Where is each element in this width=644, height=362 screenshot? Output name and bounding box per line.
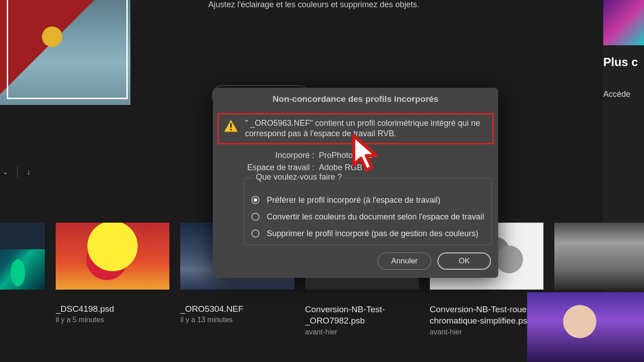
profile-mismatch-dialog: Non-concordance des profils incorporés "…: [213, 88, 498, 278]
file-thumbnail: [554, 223, 644, 290]
option-prefer-embedded[interactable]: Préférer le profil incorporé (à l'espace…: [251, 195, 484, 205]
download-icon[interactable]: ↓: [27, 167, 31, 177]
embedded-profile-value: ProPhoto RGB: [319, 151, 373, 160]
embedded-profile-label: Incorporé :: [243, 151, 314, 160]
dialog-options-legend: Que voulez-vous faire ?: [252, 172, 346, 182]
svg-rect-2: [230, 129, 231, 130]
promo-heading: Plus c: [603, 55, 644, 69]
radio-icon: [251, 229, 260, 238]
file-name: Conversion-NB-Test-_ORO7982.psb: [305, 304, 419, 326]
toolbar-divider: [17, 166, 18, 178]
cancel-button[interactable]: Annuler: [378, 252, 431, 270]
file-time: il y a 5 minutes: [56, 316, 169, 324]
dialog-title: Non-concordance des profils incorporés: [213, 88, 498, 110]
warning-triangle-icon: [223, 119, 239, 133]
profile-info: Incorporé : ProPhoto RGB Espace de trava…: [243, 151, 498, 172]
dialog-options-fieldset: Que voulez-vous faire ? Préférer le prof…: [244, 178, 492, 245]
file-name: _ORO5304.NEF: [180, 304, 294, 314]
file-card[interactable]: _DSC4198.psd il y a 5 minutes: [56, 223, 169, 349]
promo-link[interactable]: Accéde: [603, 90, 644, 99]
option-discard-profile[interactable]: Supprimer le profil incorporé (pas de ge…: [251, 229, 484, 238]
promo-image: [603, 0, 644, 45]
dialog-button-row: Annuler OK: [213, 252, 498, 270]
header-description: Ajustez l'éclairage et les couleurs et s…: [208, 0, 419, 10]
workspace-profile-value: Adobe RGB: [319, 163, 362, 172]
workspace-profile-label: Espace de travail :: [243, 163, 314, 172]
toolbar-dropdown-arrow-icon[interactable]: ⌄: [3, 168, 8, 176]
file-time: avant-hier: [305, 328, 419, 336]
option-convert-colors[interactable]: Convertir les couleurs du document selon…: [251, 212, 484, 222]
file-name: _DSC4198.psd: [56, 304, 169, 314]
svg-rect-1: [230, 123, 231, 128]
view-toolbar: ⌄ ↓: [0, 164, 54, 180]
file-card[interactable]: [0, 223, 45, 349]
radio-icon: [251, 196, 260, 204]
crop-bracket-overlay: [7, 0, 128, 99]
file-thumbnail: [56, 223, 169, 290]
file-thumbnail: [0, 223, 45, 290]
ok-button[interactable]: OK: [437, 252, 491, 270]
radio-icon: [251, 213, 260, 221]
option-label: Supprimer le profil incorporé (pas de ge…: [267, 229, 478, 238]
option-label: Convertir les couleurs du document selon…: [267, 212, 484, 222]
file-time: avant-hier: [430, 328, 543, 336]
dialog-warning-box: " _ORO5963.NEF" contient un profil color…: [217, 113, 494, 144]
file-time: il y a 13 minutes: [180, 316, 294, 324]
dialog-warning-text: " _ORO5963.NEF" contient un profil color…: [245, 118, 488, 139]
presenter-webcam: [527, 292, 644, 362]
hero-tutorial-thumbnail[interactable]: [0, 0, 130, 105]
file-name: Conversion-NB-Test-roue-chromatique-simp…: [430, 304, 543, 326]
option-label: Préférer le profil incorporé (à l'espace…: [267, 195, 441, 205]
